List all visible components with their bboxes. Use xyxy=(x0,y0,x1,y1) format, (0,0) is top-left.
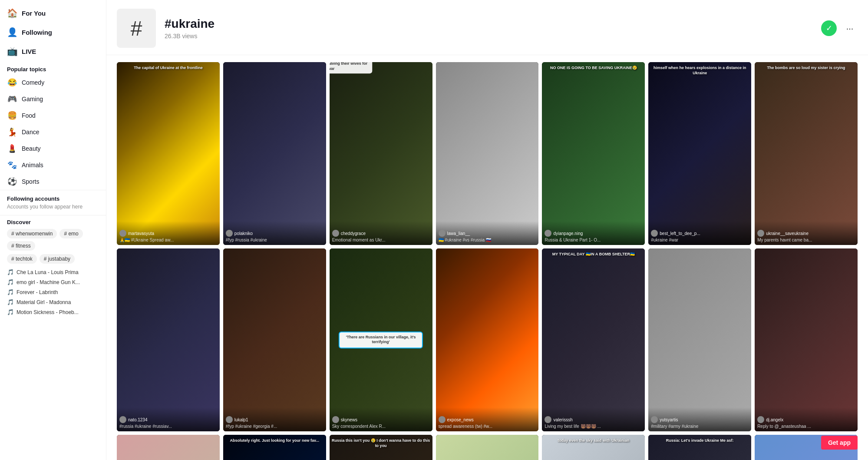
get-app-button[interactable]: Get app xyxy=(821,436,858,450)
username: cheddygrace xyxy=(341,231,366,236)
username: expose_news xyxy=(447,417,474,422)
video-card-2[interactable]: polakniko#fyp #russia #ukraine xyxy=(223,62,326,245)
video-card-8[interactable]: nato.1234#russia #ukraine #russiav... xyxy=(117,248,220,431)
whatsapp-icon: ✓ xyxy=(826,23,832,33)
nav-item-following[interactable]: 👤 Following xyxy=(0,23,106,42)
video-text-overlay: The bombs are so loud my sister is cryin… xyxy=(756,66,856,71)
topic-label-gaming: Gaming xyxy=(22,96,43,103)
video-bubble: Ukraine soldiers leaving their wives for… xyxy=(330,62,373,74)
video-user: dj.angelx xyxy=(757,416,855,423)
avatar xyxy=(332,230,339,237)
username: yutsyartis xyxy=(660,417,678,422)
sidebar-item-food[interactable]: 🍔 Food xyxy=(0,107,106,124)
video-caption: skynewsSky correspondent Alex R... xyxy=(330,407,432,431)
sidebar: 🏠 For You 👤 Following 📺 LIVE Popular top… xyxy=(0,0,106,460)
avatar xyxy=(757,416,764,423)
video-user: dyianpage.ning xyxy=(545,230,642,237)
video-card-6[interactable]: himself when he hears explosions in a di… xyxy=(648,62,751,245)
video-card-12[interactable]: MY TYPICAL DAY 🇺🇦IN A BOMB SHELTER🇺🇦vale… xyxy=(542,248,645,431)
video-card-13[interactable]: yutsyartis#military #army #ukraine xyxy=(648,248,751,431)
video-caption: best_left_to_dee_p...#ukraine #war xyxy=(648,221,751,245)
video-card-18[interactable] xyxy=(436,435,539,460)
video-caption: dj.angelxReply to @_anasteushaa ... xyxy=(755,407,858,431)
video-card-11[interactable]: expose_newsspread awareness (tw) #w... xyxy=(436,248,539,431)
video-user: ukraine__saveukraine xyxy=(757,230,855,237)
video-bubble-blue: 'There are Russians in our village, it's… xyxy=(339,331,423,348)
video-user: lawa_lian__ xyxy=(439,230,536,237)
video-desc: #ukraine #war xyxy=(651,238,749,242)
video-card-17[interactable]: Russia this isn't you 😢 I don't wanna ha… xyxy=(330,435,432,460)
tag-techtok[interactable]: # techtok xyxy=(7,254,37,264)
video-card-20[interactable]: Russia: Let's invade Ukraine Me asf: xyxy=(648,435,751,460)
hashtag-views: 26.3B views xyxy=(165,33,812,40)
sidebar-item-sports[interactable]: ⚽ Sports xyxy=(0,173,106,190)
sidebar-item-animals[interactable]: 🐾 Animals xyxy=(0,157,106,173)
video-caption: cheddygraceEmotional moment as Ukr... xyxy=(330,221,432,245)
music-icon-2: 🎵 xyxy=(7,279,14,285)
music-item-3[interactable]: 🎵 Forever - Labrinth xyxy=(7,287,99,297)
video-text-overlay: The capital of Ukraine at the frontline xyxy=(119,66,218,71)
music-item-2[interactable]: 🎵 emo girl - Machine Gun K... xyxy=(7,277,99,287)
food-icon: 🍔 xyxy=(7,111,17,120)
video-user: best_left_to_dee_p... xyxy=(651,230,749,237)
video-card-14[interactable]: dj.angelxReply to @_anasteushaa ... xyxy=(755,248,858,431)
video-desc: #russia #ukraine #russiav... xyxy=(119,424,217,429)
avatar xyxy=(545,416,551,423)
avatar xyxy=(651,416,658,423)
video-card-10[interactable]: 'There are Russians in our village, it's… xyxy=(330,248,432,431)
sidebar-item-comedy[interactable]: 😂 Comedy xyxy=(0,74,106,91)
avatar xyxy=(226,230,233,237)
video-text-overlay: Russia this isn't you 😢 I don't wanna ha… xyxy=(331,438,431,448)
video-card-19[interactable]: today even the sky said with Ukrainian xyxy=(542,435,645,460)
avatar xyxy=(119,230,126,237)
video-user: yutsyartis xyxy=(651,416,749,423)
tag-emo[interactable]: # emo xyxy=(59,229,83,238)
video-caption: lawa_lian__🇺🇦 #ukraine #vs #russia 🇷🇺 xyxy=(436,221,539,245)
video-text-overlay: Russia: Let's invade Ukraine Me asf: xyxy=(650,438,749,443)
video-card-5[interactable]: NO ONE IS GOING TO BE SAVING UKRAINE😢dyi… xyxy=(542,62,645,245)
video-card-16[interactable]: Absolutely right. Just looking for your … xyxy=(223,435,326,460)
hashtag-icon-box: # xyxy=(117,9,156,48)
music-item-1[interactable]: 🎵 Che La Luna - Louis Prima xyxy=(7,267,99,277)
username: dyianpage.ning xyxy=(553,231,583,236)
video-card-1[interactable]: The capital of Ukraine at the frontlinem… xyxy=(117,62,220,245)
sidebar-item-gaming[interactable]: 🎮 Gaming xyxy=(0,91,106,107)
sidebar-item-beauty[interactable]: 💄 Beauty xyxy=(0,140,106,157)
username: lawa_lian__ xyxy=(447,231,470,236)
music-item-4[interactable]: 🎵 Material Girl - Madonna xyxy=(7,297,99,307)
tag-justababy[interactable]: # justababy xyxy=(40,254,75,264)
topic-label-comedy: Comedy xyxy=(22,79,44,86)
video-card-4[interactable]: lawa_lian__🇺🇦 #ukraine #vs #russia 🇷🇺 xyxy=(436,62,539,245)
whatsapp-share-button[interactable]: ✓ xyxy=(821,20,837,36)
video-user: expose_news xyxy=(439,416,536,423)
nav-label-live: LIVE xyxy=(22,48,36,55)
ellipsis-icon: ··· xyxy=(846,23,854,33)
video-user: nato.1234 xyxy=(119,416,217,423)
video-card-7[interactable]: The bombs are so loud my sister is cryin… xyxy=(755,62,858,245)
more-options-button[interactable]: ··· xyxy=(842,20,858,36)
nav-item-for-you[interactable]: 🏠 For You xyxy=(0,3,106,23)
sidebar-item-dance[interactable]: 💃 Dance xyxy=(0,124,106,140)
video-card-3[interactable]: Ukraine soldiers leaving their wives for… xyxy=(330,62,432,245)
video-card-15[interactable] xyxy=(117,435,220,460)
video-caption: nato.1234#russia #ukraine #russiav... xyxy=(117,407,220,431)
video-desc: Russia & Ukraine Part 1- O... xyxy=(545,238,642,242)
comedy-icon: 😂 xyxy=(7,78,17,87)
video-text-overlay: NO ONE IS GOING TO BE SAVING UKRAINE😢 xyxy=(544,66,643,71)
video-desc: Reply to @_anasteushaa ... xyxy=(757,424,855,429)
gaming-icon: 🎮 xyxy=(7,94,17,104)
hashtag-info: #ukraine 26.3B views xyxy=(165,17,812,40)
avatar xyxy=(439,230,446,237)
video-user: lukalp1 xyxy=(226,416,323,423)
tag-whenwomenwin[interactable]: # whenwomenwin xyxy=(7,229,57,238)
video-card-9[interactable]: lukalp1#fyp #ukraine #georgia #... xyxy=(223,248,326,431)
sports-icon: ⚽ xyxy=(7,177,17,186)
username: skynews xyxy=(341,417,357,422)
music-item-5[interactable]: 🎵 Motion Sickness - Phoeb... xyxy=(7,307,99,317)
video-user: polakniko xyxy=(226,230,323,237)
avatar xyxy=(332,416,339,423)
music-icon-5: 🎵 xyxy=(7,309,14,315)
tag-fitness[interactable]: # fitness xyxy=(7,241,35,251)
nav-item-live[interactable]: 📺 LIVE xyxy=(0,42,106,61)
video-desc: #military #army #ukraine xyxy=(651,424,749,429)
